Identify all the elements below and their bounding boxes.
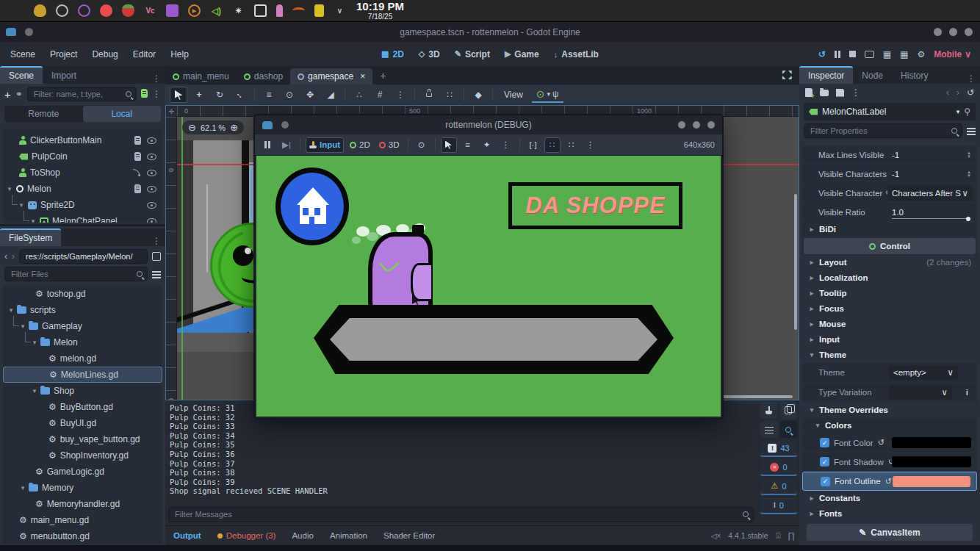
new-scene-tab-button[interactable]: + bbox=[372, 67, 393, 84]
signal-icon[interactable] bbox=[132, 168, 141, 177]
clear-output-button[interactable] bbox=[760, 402, 778, 419]
visibility-eye-icon[interactable] bbox=[147, 154, 156, 160]
file-row[interactable]: ⚙GameLogic.gd bbox=[3, 464, 162, 480]
theme-dropdown[interactable]: <empty>∨ bbox=[889, 365, 958, 380]
file-row[interactable]: ⚙buy_vape_button.gd bbox=[3, 431, 162, 447]
section-input[interactable]: ▸Input bbox=[802, 332, 977, 347]
menu-scene[interactable]: Scene bbox=[10, 49, 35, 60]
output-filter-input[interactable] bbox=[168, 507, 754, 522]
tab-audio[interactable]: Audio bbox=[284, 531, 321, 540]
microphone-icon[interactable] bbox=[276, 4, 283, 17]
window-controls[interactable] bbox=[934, 28, 973, 36]
color-swatch[interactable] bbox=[892, 437, 971, 448]
file-row[interactable]: ⚙melon.gd bbox=[3, 350, 162, 367]
tab-animation[interactable]: Animation bbox=[322, 531, 375, 540]
obs-icon[interactable] bbox=[56, 4, 68, 17]
restart-scene-button[interactable]: ↺ bbox=[818, 49, 826, 60]
font-outline-row[interactable]: ✓ Font Outline ↺ bbox=[802, 472, 977, 491]
show-search-button[interactable] bbox=[780, 421, 798, 438]
collapse-arrow-icon[interactable]: ▾ bbox=[18, 201, 25, 209]
section-constants[interactable]: ▸Constants bbox=[802, 491, 977, 506]
close-button[interactable] bbox=[965, 28, 973, 36]
scale-tool-button[interactable]: ↔ bbox=[231, 87, 249, 103]
canvasitem-button[interactable]: ✎CanvasItem bbox=[807, 524, 973, 541]
camera-free-button[interactable]: [·] bbox=[525, 137, 541, 153]
nav-forward-button[interactable]: › bbox=[12, 251, 15, 262]
workspace-2d[interactable]: ▦2D bbox=[381, 49, 404, 60]
save-resource-icon[interactable] bbox=[836, 89, 844, 97]
camera-ring-icon[interactable] bbox=[78, 4, 90, 17]
tree-row[interactable]: ClickerButtonMain bbox=[3, 132, 162, 148]
camera-override-group[interactable]: ⊙ ▾ ψ bbox=[532, 87, 563, 103]
copy-output-button[interactable] bbox=[780, 402, 798, 419]
debug-window-title-bar[interactable]: rottenmelon (DEBUG) bbox=[255, 115, 722, 134]
grid-snap-button[interactable]: # bbox=[371, 87, 389, 103]
message-count-toggle[interactable]: !43 bbox=[760, 440, 797, 457]
brightness-icon[interactable]: ☀ bbox=[232, 4, 245, 17]
spinner-icon[interactable]: ▲▼ bbox=[967, 170, 971, 178]
ruler-corner-icon[interactable]: ✛ bbox=[166, 106, 177, 117]
instance-scene-button[interactable]: ⚭ bbox=[15, 89, 23, 99]
vc-app-icon[interactable]: Vc bbox=[144, 4, 156, 17]
collapse-arrow-icon[interactable]: ▾ bbox=[7, 306, 15, 314]
collapse-arrow-icon[interactable]: ▾ bbox=[31, 387, 38, 395]
stop-scene-button[interactable] bbox=[849, 51, 856, 57]
tree-row[interactable]: PulpCoin bbox=[3, 148, 162, 165]
checkbox-checked-icon[interactable]: ✓ bbox=[821, 477, 830, 486]
viewport-hscrollbar[interactable] bbox=[723, 395, 793, 398]
section-theme[interactable]: ▾Theme bbox=[802, 347, 977, 363]
path-field[interactable] bbox=[19, 249, 148, 264]
scene-dock-menu-icon[interactable]: ⋮ bbox=[148, 73, 165, 84]
tab-inspector[interactable]: Inspector bbox=[799, 66, 853, 84]
play-custom-scene-button[interactable]: ▦ bbox=[900, 49, 908, 60]
tab-history[interactable]: History bbox=[892, 68, 937, 84]
script-icon[interactable] bbox=[134, 136, 141, 145]
zoom-in-button[interactable]: ⊕ bbox=[230, 122, 238, 133]
scene-tab-gamespace[interactable]: gamespace× bbox=[290, 68, 372, 84]
add-node-button[interactable]: + bbox=[4, 88, 11, 101]
home-button[interactable] bbox=[275, 168, 349, 245]
tab-shader-editor[interactable]: Shader Editor bbox=[375, 531, 443, 540]
battery-icon[interactable] bbox=[314, 4, 324, 17]
visibility-eye-icon[interactable] bbox=[147, 170, 156, 176]
file-row[interactable]: ⚙Memoryhandler.gd bbox=[3, 496, 162, 512]
color-swatch[interactable] bbox=[893, 476, 970, 487]
section-tooltip[interactable]: ▸Tooltip bbox=[802, 286, 977, 301]
collapse-arrow-icon[interactable]: ▾ bbox=[29, 217, 37, 223]
resource-menu-icon[interactable]: ⋮ bbox=[851, 87, 860, 98]
workspace-game[interactable]: ▶Game bbox=[505, 49, 539, 60]
revert-icon[interactable]: ↺ bbox=[878, 438, 884, 447]
file-row[interactable]: ⚙menubutton.gd bbox=[3, 528, 162, 544]
menu-help[interactable]: Help bbox=[170, 49, 189, 60]
tree-row[interactable]: ▾ MelonChatPanel bbox=[3, 213, 162, 223]
object-history-icon[interactable]: ↺ bbox=[967, 87, 974, 98]
clipboard-icon[interactable] bbox=[166, 4, 179, 17]
workspace-script[interactable]: ✎Script bbox=[455, 49, 490, 60]
section-mouse[interactable]: ▸Mouse bbox=[802, 317, 977, 332]
property-row[interactable]: Max Lines Visible -1 ▲▼ bbox=[802, 145, 977, 165]
tablet-icon[interactable] bbox=[254, 4, 267, 17]
load-resource-icon[interactable] bbox=[820, 90, 829, 96]
property-row[interactable]: Visible Characters -1 ▲▼ bbox=[802, 165, 977, 184]
movie-maker-button[interactable]: ⚙ bbox=[917, 49, 925, 60]
run-target-dropdown[interactable]: Mobile∨ bbox=[934, 49, 971, 60]
font-color-row[interactable]: ✓ Font Color ↺ bbox=[802, 433, 977, 453]
tab-filesystem[interactable]: FileSystem bbox=[0, 228, 61, 246]
sort-icon[interactable] bbox=[152, 270, 161, 278]
script-icon[interactable] bbox=[134, 184, 141, 193]
pause-scene-button[interactable] bbox=[835, 51, 840, 58]
inspector-menu-icon[interactable]: ⋮ bbox=[962, 73, 980, 84]
lock-button[interactable] bbox=[420, 87, 438, 103]
remote-debug-icon[interactable] bbox=[865, 51, 874, 58]
color-swatch[interactable] bbox=[892, 456, 971, 467]
folder-row[interactable]: ▾Shop bbox=[3, 383, 162, 399]
tab-node[interactable]: Node bbox=[853, 68, 892, 84]
behavior-dropdown[interactable]: Characters After S∨ bbox=[887, 186, 973, 201]
new-resource-icon[interactable] bbox=[805, 88, 813, 97]
section-localization[interactable]: ▸Localization bbox=[802, 270, 977, 286]
type-variation-row[interactable]: Type Variation ∨ i bbox=[802, 383, 977, 403]
spinner-icon[interactable]: ▲▼ bbox=[967, 151, 971, 159]
play-scene-button[interactable]: ▦ bbox=[883, 49, 891, 60]
workspace-assetlib[interactable]: ↓AssetLib bbox=[554, 49, 599, 60]
section-bidi[interactable]: ▸BiDi bbox=[802, 222, 977, 237]
